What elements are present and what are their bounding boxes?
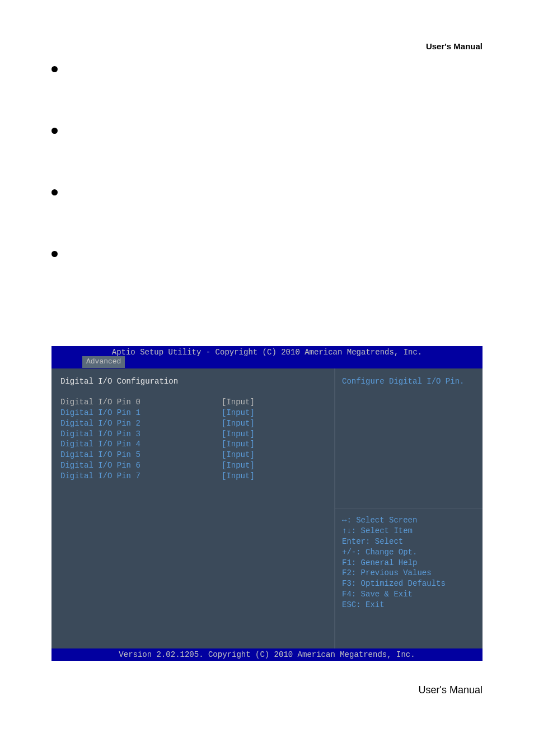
pin-row[interactable]: Digital I/O Pin 5 [Input] [60, 450, 334, 460]
pin-label: Digital I/O Pin 5 [60, 450, 222, 460]
pin-row[interactable]: Digital I/O Pin 4 [Input] [60, 439, 334, 450]
pin-label: Digital I/O Pin 7 [60, 471, 222, 482]
nav-line: F2: Previous Values [342, 568, 446, 578]
nav-line: ↑↓: Select Item [342, 526, 446, 536]
pin-value[interactable]: [Input] [222, 429, 255, 440]
nav-line: ESC: Exit [342, 600, 446, 610]
bullet-icon [51, 128, 58, 134]
nav-line: Enter: Select [342, 536, 446, 547]
bullet-icon [51, 189, 58, 195]
nav-line: F3: Optimized Defaults [342, 578, 446, 589]
header-label: User's Manual [426, 41, 483, 51]
bios-section-heading: Digital I/O Configuration [60, 376, 334, 387]
pin-value[interactable]: [Input] [222, 450, 255, 460]
pin-value[interactable]: [Input] [222, 418, 255, 429]
bios-tab-advanced[interactable]: Advanced [82, 356, 125, 368]
bios-footer-bar: Version 2.02.1205. Copyright (C) 2010 Am… [51, 648, 483, 661]
pin-row[interactable]: Digital I/O Pin 0 [Input] [60, 397, 334, 408]
pin-label: Digital I/O Pin 0 [60, 397, 222, 408]
bullet-icon [51, 66, 58, 72]
pin-value[interactable]: [Input] [222, 408, 255, 418]
bullet-list [51, 66, 96, 312]
nav-line: F4: Save & Exit [342, 589, 446, 600]
bios-nav-keys: ↔: Select Screen ↑↓: Select Item Enter: … [342, 515, 446, 610]
pin-row[interactable]: Digital I/O Pin 7 [Input] [60, 471, 334, 482]
bios-left-panel: Digital I/O Configuration Digital I/O Pi… [51, 368, 334, 648]
pin-row[interactable]: Digital I/O Pin 6 [Input] [60, 460, 334, 471]
divider [335, 508, 483, 509]
nav-line: +/-: Change Opt. [342, 547, 446, 558]
pin-row[interactable]: Digital I/O Pin 3 [Input] [60, 429, 334, 440]
bios-body: Digital I/O Configuration Digital I/O Pi… [51, 368, 483, 648]
pin-label: Digital I/O Pin 1 [60, 408, 222, 418]
pin-row[interactable]: Digital I/O Pin 1 [Input] [60, 408, 334, 418]
nav-line: ↔: Select Screen [342, 515, 446, 526]
bullet-icon [51, 251, 58, 257]
pin-label: Digital I/O Pin 6 [60, 460, 222, 471]
nav-line: F1: General Help [342, 558, 446, 568]
pin-label: Digital I/O Pin 3 [60, 429, 222, 440]
bios-help-text: Configure Digital I/O Pin. [342, 376, 477, 387]
pin-value[interactable]: [Input] [222, 471, 255, 482]
pin-label: Digital I/O Pin 2 [60, 418, 222, 429]
pin-row[interactable]: Digital I/O Pin 2 [Input] [60, 418, 334, 429]
bios-right-panel: Configure Digital I/O Pin. ↔: Select Scr… [334, 368, 483, 648]
pin-value[interactable]: [Input] [222, 439, 255, 450]
pin-label: Digital I/O Pin 4 [60, 439, 222, 450]
bios-screenshot: Aptio Setup Utility - Copyright (C) 2010… [51, 346, 483, 661]
bios-header-bar: Aptio Setup Utility - Copyright (C) 2010… [51, 346, 483, 368]
footer-label: User's Manual [419, 684, 483, 696]
pin-value[interactable]: [Input] [222, 460, 255, 471]
pin-value[interactable]: [Input] [222, 397, 255, 408]
